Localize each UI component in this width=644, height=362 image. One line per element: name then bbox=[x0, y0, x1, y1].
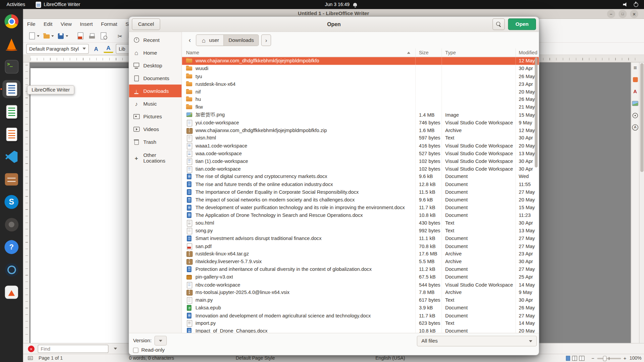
file-row[interactable]: fkw 21 May bbox=[182, 103, 539, 111]
dock-item-help[interactable] bbox=[2, 238, 20, 256]
clock-menu[interactable]: Jun 3 16:49 bbox=[325, 0, 357, 9]
file-row[interactable]: wuudi 30 Apr bbox=[182, 65, 539, 72]
file-row[interactable]: ms-toolsai.jupyter-2025.4.0@linux-x64.vs… bbox=[182, 289, 539, 296]
file-row[interactable]: The Importance of Gender Equality in Cor… bbox=[182, 188, 539, 196]
close-find-button[interactable]: × bbox=[28, 345, 35, 352]
file-row[interactable]: nif 20 May bbox=[182, 88, 539, 96]
view-icon-book-view[interactable] bbox=[579, 356, 585, 361]
file-row[interactable]: waaa1.code-workspace 416 bytes Visual St… bbox=[182, 142, 539, 149]
place-pictures[interactable]: Pictures bbox=[129, 110, 181, 123]
zoom-out-button[interactable]: − bbox=[591, 355, 594, 361]
file-list-scrollbar[interactable] bbox=[535, 57, 538, 167]
file-row[interactable]: main.py 617 bytes Text 30 Apr bbox=[182, 296, 539, 304]
sidebar-tab-menu[interactable] bbox=[632, 64, 639, 71]
search-button[interactable] bbox=[492, 18, 505, 30]
place-desktop[interactable]: Desktop bbox=[129, 59, 181, 72]
file-row[interactable]: tyu 26 May bbox=[182, 72, 539, 80]
file-filter-dropdown[interactable]: All files bbox=[417, 336, 537, 347]
forward-button[interactable]: › bbox=[261, 35, 271, 46]
window-button-close[interactable] bbox=[630, 10, 638, 18]
cancel-button[interactable]: Cancel bbox=[132, 18, 160, 30]
dock-item-files[interactable] bbox=[2, 170, 20, 188]
file-row[interactable]: Protection and inheritance of cultural d… bbox=[182, 265, 539, 273]
file-row[interactable]: tian (1).code-workspace 102 bytes Visual… bbox=[182, 157, 539, 165]
column-header-type[interactable]: Type bbox=[441, 48, 515, 56]
file-row[interactable]: wisn.html 597 bytes Text 30 Apr bbox=[182, 134, 539, 142]
word-count-status[interactable]: 0 words, 0 characters bbox=[129, 355, 174, 360]
update-style-button[interactable]: A bbox=[91, 44, 101, 53]
dock-item-chrome[interactable] bbox=[2, 12, 20, 31]
column-header-size[interactable]: Size bbox=[415, 48, 441, 56]
toolbar-button-print[interactable] bbox=[87, 31, 97, 41]
place-downloads[interactable]: Downloads bbox=[129, 84, 181, 97]
file-row[interactable]: rustdesk-linux-x64 23 Apr bbox=[182, 80, 539, 88]
file-row[interactable]: song.py 992 bytes Text 13 May bbox=[182, 227, 539, 235]
place-recent[interactable]: Recent bbox=[129, 34, 181, 46]
sidebar-tab-styles[interactable] bbox=[632, 88, 639, 95]
sidebar-tab-gallery[interactable] bbox=[632, 100, 639, 107]
toolbar-button-new-document[interactable] bbox=[27, 31, 41, 41]
path-home-button[interactable]: user bbox=[196, 35, 223, 46]
toolbar-button-export-pdf[interactable] bbox=[75, 31, 86, 41]
file-row[interactable]: rustdesk-linux-x64.tar.gz 17.6 MB Archiv… bbox=[182, 250, 539, 258]
menu-File[interactable]: File bbox=[23, 21, 40, 27]
find-input[interactable] bbox=[38, 345, 109, 353]
toolbar-button-open[interactable] bbox=[42, 31, 55, 41]
view-icon-single-page-view[interactable] bbox=[566, 356, 570, 361]
dock-item-app2[interactable] bbox=[2, 261, 20, 279]
file-row[interactable]: pin-gallery-v3.oxt 67.5 kB Document 25 A… bbox=[182, 273, 539, 281]
find-dropdown-button[interactable] bbox=[112, 345, 119, 353]
file-row[interactable]: The rise of digital currency and cryptoc… bbox=[182, 173, 539, 180]
file-row[interactable]: The Application of Drone Technology in S… bbox=[182, 212, 539, 219]
file-row[interactable]: ritwickdey.liveserver-5.7.9.vsix 5.5 MB … bbox=[182, 258, 539, 265]
sidebar-tab-navigator[interactable] bbox=[632, 112, 639, 119]
window-button-minimize[interactable] bbox=[607, 10, 615, 18]
file-row[interactable]: san.pdf 70.8 kB Document 27 May bbox=[182, 242, 539, 250]
menu-Format[interactable]: Format bbox=[97, 21, 121, 27]
path-downloads-button[interactable]: Downloads bbox=[224, 35, 259, 46]
place-other-locations[interactable]: Other Locations bbox=[129, 152, 181, 164]
file-row[interactable]: import.py 623 bytes Text 14 May bbox=[182, 319, 539, 327]
sidebar-tab-a11y[interactable] bbox=[632, 124, 639, 131]
file-row[interactable]: tian.code-workspace 102 bytes Visual Stu… bbox=[182, 165, 539, 173]
file-row[interactable]: Smart investment advisors disrupt tradit… bbox=[182, 235, 539, 242]
menu-Insert[interactable]: Insert bbox=[76, 21, 97, 27]
zoom-percent[interactable]: 100% bbox=[628, 355, 642, 360]
document-scrollbar[interactable] bbox=[639, 62, 644, 343]
focused-app-menu[interactable]: LibreOffice Writer bbox=[36, 1, 80, 7]
dock-item-vlc[interactable] bbox=[2, 35, 20, 53]
file-row[interactable]: The impact of social networks on modern … bbox=[182, 196, 539, 204]
file-row[interactable]: nbv.code-workspace 544 bytes Visual Stud… bbox=[182, 281, 539, 289]
dock-item-vscode[interactable] bbox=[2, 148, 20, 166]
toolbar-button-save[interactable] bbox=[56, 31, 69, 41]
place-documents[interactable]: Documents bbox=[129, 72, 181, 84]
file-row[interactable]: Impact_of_Drone_Changes.docx 10.8 kB Doc… bbox=[182, 327, 539, 333]
toolbar-button-cut[interactable] bbox=[115, 31, 125, 41]
column-header-name[interactable]: Name bbox=[182, 48, 415, 56]
dock-item-app1[interactable] bbox=[2, 216, 20, 234]
file-row[interactable]: www.chajianxw.com_dhdgffkkebhmkfjojejmpb… bbox=[182, 126, 539, 134]
dock-item-terminal[interactable] bbox=[2, 57, 20, 75]
page-number-status[interactable]: Page 1 of 1 bbox=[39, 355, 63, 360]
file-row[interactable]: yui.code-workspace 746 bytes Visual Stud… bbox=[182, 119, 539, 126]
place-videos[interactable]: Videos bbox=[129, 123, 181, 135]
file-row[interactable]: Laksa.epub 3.9 kB Document 26 May bbox=[182, 304, 539, 312]
place-music[interactable]: Music bbox=[129, 97, 181, 110]
menu-Edit[interactable]: Edit bbox=[40, 21, 57, 27]
read-only-checkbox[interactable] bbox=[133, 348, 139, 353]
dock-item-writer[interactable] bbox=[2, 80, 20, 98]
file-row[interactable]: The development of water purification te… bbox=[182, 204, 539, 212]
file-row[interactable]: sou.html 430 bytes Text 30 Apr bbox=[182, 219, 539, 227]
dock-item-calc[interactable] bbox=[2, 103, 20, 121]
place-home[interactable]: Home bbox=[129, 46, 181, 59]
version-dropdown[interactable] bbox=[154, 336, 167, 346]
column-header-modified[interactable]: Modified bbox=[516, 48, 539, 56]
paragraph-style-combo[interactable]: Default Paragraph Styl bbox=[26, 44, 89, 53]
page-style-status[interactable]: Default Page Style bbox=[236, 355, 275, 360]
place-trash[interactable]: Trash bbox=[129, 135, 181, 148]
file-row[interactable]: Innovation and development of modern agr… bbox=[182, 312, 539, 319]
zoom-slider[interactable] bbox=[597, 358, 621, 359]
file-row[interactable]: hu 26 May bbox=[182, 96, 539, 103]
sidebar-tab-properties[interactable] bbox=[632, 76, 639, 83]
dock-item-software[interactable] bbox=[2, 283, 20, 301]
